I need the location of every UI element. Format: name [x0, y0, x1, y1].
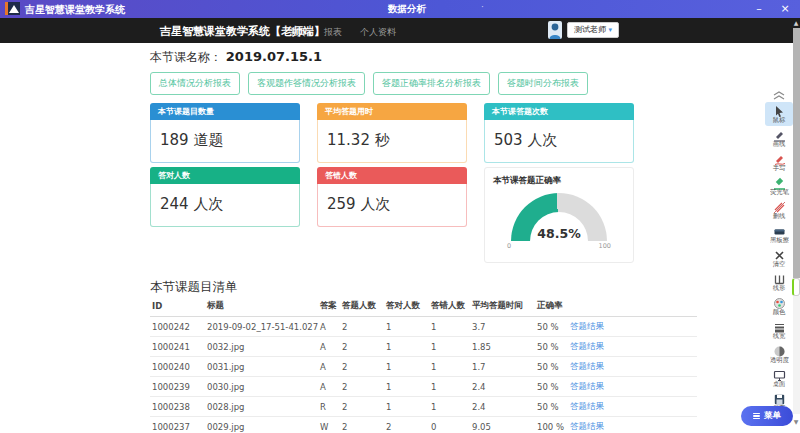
- stat-card-value: 189 道题: [150, 120, 300, 163]
- tool-label: 桌面: [773, 380, 786, 387]
- stat-card: 本节课答题次数503 人次: [484, 103, 634, 163]
- tool-label: 删线: [773, 212, 786, 219]
- tool-board-eraser[interactable]: 黑板擦: [765, 222, 793, 246]
- tool-handwrite-pen[interactable]: 手写: [765, 150, 793, 174]
- tool-color-palette[interactable]: 颜色: [765, 294, 793, 318]
- answer-result-link[interactable]: 答题结果: [570, 321, 604, 331]
- cell-id: 1000237: [150, 417, 205, 433]
- scrollbar-up-icon[interactable]: ▲: [792, 18, 800, 28]
- answer-result-link[interactable]: 答题结果: [570, 401, 604, 411]
- tool-label: 透明度: [770, 356, 789, 363]
- cell-correct: 1: [384, 357, 429, 377]
- cell-action: 答题结果: [568, 397, 697, 417]
- nav-item-报表[interactable]: 报表: [324, 26, 342, 39]
- answer-result-link[interactable]: 答题结果: [570, 421, 604, 431]
- report-button[interactable]: 答题正确率排名分析报表: [373, 72, 490, 95]
- tool-highlighter[interactable]: 荧光笔: [765, 174, 793, 198]
- cell-wrong: 1: [429, 377, 470, 397]
- annotation-toolbar: 鼠标画线手写荧光笔删线黑板擦清空线形颜色线宽透明度桌面保存: [764, 91, 794, 414]
- tool-mouse-cursor[interactable]: 鼠标: [765, 102, 793, 126]
- table-row: 10002410032.jpgA2111.8550 %答题结果: [150, 337, 697, 357]
- menu-button-label: 菜单: [764, 410, 781, 422]
- cell-correct: 1: [384, 397, 429, 417]
- cell-title: 0030.jpg: [205, 377, 318, 397]
- hamburger-icon: [753, 413, 760, 420]
- nav-item-主页[interactable]: 主页: [288, 26, 306, 39]
- cell-answered: 2: [340, 377, 384, 397]
- stat-card: 答错人数259 人次: [317, 167, 467, 227]
- cell-avg_time: 3.7: [470, 317, 535, 337]
- cell-answer: A: [318, 317, 340, 337]
- tool-desktop[interactable]: 桌面: [765, 366, 793, 390]
- cell-avg_time: 2.4: [470, 377, 535, 397]
- scrollbar-track-lower[interactable]: [793, 296, 800, 414]
- cell-action: 答题结果: [568, 337, 697, 357]
- report-button[interactable]: 总体情况分析报表: [150, 72, 240, 95]
- cell-wrong: 1: [429, 397, 470, 417]
- erase-line-icon: [773, 199, 786, 212]
- cell-avg_time: 9.05: [470, 417, 535, 433]
- cell-title: 0032.jpg: [205, 337, 318, 357]
- cell-title: 0028.jpg: [205, 397, 318, 417]
- nav-item-个人资料[interactable]: 个人资料: [360, 26, 396, 39]
- scrollbar-track[interactable]: [793, 28, 800, 278]
- column-header: 答案: [318, 296, 340, 317]
- cell-correct: 1: [384, 337, 429, 357]
- stat-card-value: 259 人次: [317, 184, 467, 227]
- report-button[interactable]: 答题时间分布报表: [498, 72, 588, 95]
- scrollbar-thumb[interactable]: [792, 278, 800, 296]
- top-navbar: 吉星智慧课堂教学系统【老师端】 主页报表个人资料 测试老师 ▾: [0, 18, 800, 43]
- tool-label: 线宽: [773, 332, 786, 339]
- collapse-up-icon[interactable]: [772, 91, 786, 100]
- tool-opacity[interactable]: 透明度: [765, 342, 793, 366]
- minimize-button[interactable]: –: [746, 0, 772, 18]
- tool-clear[interactable]: 清空: [765, 246, 793, 270]
- tool-draw-line[interactable]: 画线: [765, 126, 793, 150]
- titlebar-dot-icon: ·: [481, 2, 484, 12]
- cell-answered: 2: [340, 397, 384, 417]
- cell-rate: 50 %: [535, 397, 568, 417]
- cell-id: 1000238: [150, 397, 205, 417]
- menu-button[interactable]: 菜单: [741, 406, 793, 426]
- user-menu-button[interactable]: 测试老师 ▾: [567, 22, 619, 38]
- stat-card-value: 503 人次: [484, 120, 634, 163]
- tool-line-width[interactable]: 线宽: [765, 318, 793, 342]
- stat-card-value: 244 人次: [150, 184, 300, 227]
- column-header: ID: [150, 296, 205, 317]
- desktop-icon: [773, 367, 786, 380]
- gauge-min-tick: 0: [507, 242, 511, 250]
- gauge-title: 本节课答题正确率: [485, 168, 633, 187]
- draw-line-icon: [773, 127, 786, 140]
- cell-answered: 2: [340, 337, 384, 357]
- cell-action: 答题结果: [568, 417, 697, 433]
- question-list-title: 本节课题目清单: [150, 279, 238, 296]
- scrollbar-down-icon[interactable]: ▼: [792, 416, 800, 428]
- answer-result-link[interactable]: 答题结果: [570, 341, 604, 351]
- tool-label: 荧光笔: [770, 188, 789, 195]
- cell-answer: A: [318, 357, 340, 377]
- tool-label: 鼠标: [773, 116, 786, 123]
- cell-action: 答题结果: [568, 377, 697, 397]
- cell-answer: A: [318, 377, 340, 397]
- cell-rate: 100 %: [535, 417, 568, 433]
- close-button[interactable]: ×: [772, 0, 798, 18]
- cell-answer: R: [318, 397, 340, 417]
- cell-correct: 1: [384, 317, 429, 337]
- tool-line-shape[interactable]: 线形: [765, 270, 793, 294]
- report-button[interactable]: 客观题作答情况分析报表: [248, 72, 365, 95]
- clear-icon: [773, 247, 786, 260]
- handwrite-pen-icon: [773, 151, 786, 164]
- window-title: 数据分析: [388, 3, 426, 16]
- question-table: ID标题答案答题人数答对人数答错人数平均答题时间正确率 10002422019-…: [150, 296, 697, 433]
- cell-action: 答题结果: [568, 317, 697, 337]
- user-avatar[interactable]: [548, 21, 562, 39]
- cell-rate: 50 %: [535, 337, 568, 357]
- cell-wrong: 1: [429, 337, 470, 357]
- column-header: 答题人数: [340, 296, 384, 317]
- answer-result-link[interactable]: 答题结果: [570, 381, 604, 391]
- tool-erase-line[interactable]: 删线: [765, 198, 793, 222]
- tool-label: 画线: [773, 140, 786, 147]
- stat-card: 平均答题用时11.32 秒: [317, 103, 467, 163]
- cell-answer: A: [318, 337, 340, 357]
- answer-result-link[interactable]: 答题结果: [570, 361, 604, 371]
